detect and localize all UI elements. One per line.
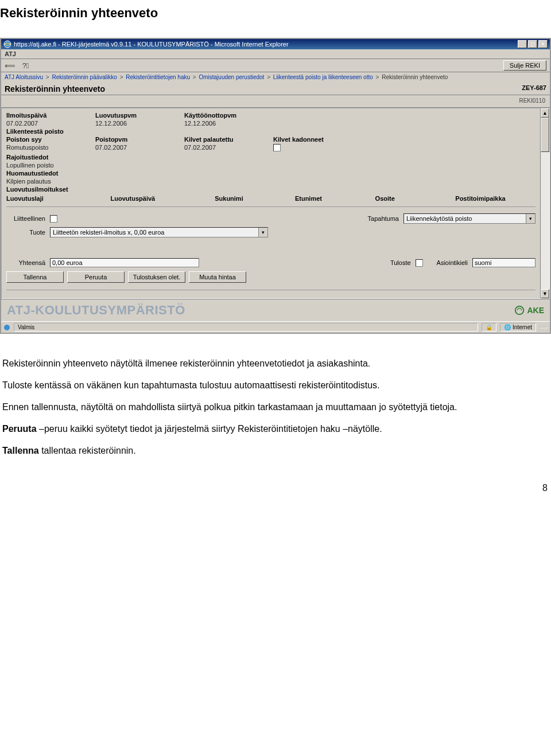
page-number: 8 bbox=[0, 471, 551, 499]
checkbox-liitteellinen[interactable] bbox=[50, 215, 57, 223]
ie-icon bbox=[3, 40, 11, 48]
label-yhteensa: Yhteensä bbox=[6, 259, 46, 266]
value-luovutuspvm: 12.12.2006 bbox=[95, 120, 180, 127]
document-title: Rekisteröinnin yhteenveto bbox=[0, 0, 551, 38]
divider bbox=[6, 290, 536, 290]
paragraph: Ennen tallennusta, näytöltä on mahdollis… bbox=[2, 400, 549, 414]
plate-number: ZEY-687 bbox=[522, 84, 546, 93]
label-tuloste: Tuloste bbox=[390, 259, 412, 266]
col-luovutuspaiva: Luovutuspäivä bbox=[111, 195, 215, 202]
document-body: Rekisteröinnin yhteenveto näytöltä ilmen… bbox=[0, 334, 551, 471]
chevron-down-icon[interactable]: ▾ bbox=[258, 228, 267, 237]
select-tapahtuma-value: Liikennekäytöstä poisto bbox=[404, 215, 526, 222]
label-ilmoituspaiva: Ilmoituspäivä bbox=[6, 112, 91, 119]
status-text: Valmis bbox=[14, 323, 478, 332]
breadcrumb-item[interactable]: Liikenteestä poisto ja liikenteeseen ott… bbox=[273, 74, 373, 80]
content-header: Rekisteröinnin yhteenveto ZEY-687 bbox=[1, 82, 550, 95]
lock-icon: 🔒 bbox=[482, 323, 496, 332]
banner-text: ATJ-KOULUTUSYMPÄRISTÖ bbox=[7, 303, 185, 318]
ie-small-icon bbox=[3, 324, 10, 331]
vertical-scrollbar[interactable]: ▲ ▼ bbox=[540, 108, 549, 298]
value-kayttoonottopvm: 12.12.2006 bbox=[184, 120, 269, 127]
svg-point-1 bbox=[515, 306, 523, 314]
input-yhteensa bbox=[50, 258, 199, 267]
action-buttons: Tallenna Peruuta Tulostuksen olet. Muuta… bbox=[6, 269, 536, 285]
toolbar: ⟸ ?⃝ Sulje REKI bbox=[1, 59, 550, 72]
scroll-thumb[interactable] bbox=[541, 118, 549, 152]
chevron-down-icon[interactable]: ▾ bbox=[526, 214, 535, 223]
select-tuote-value: Liitteetön rekisteri-ilmoitus x, 0,00 eu… bbox=[51, 229, 258, 236]
col-postitoimipaikka: Postitoimipaikka bbox=[455, 195, 536, 202]
checkbox-tuloste[interactable] bbox=[416, 259, 423, 267]
app-name-bar: ATJ bbox=[1, 49, 550, 59]
paragraph: Tallenna tallentaa rekisteröinnin. bbox=[2, 444, 549, 458]
label-poiston-syy: Poiston syy bbox=[6, 136, 91, 143]
help-icon[interactable]: ?⃝ bbox=[22, 61, 29, 70]
environment-banner: ATJ-KOULUTUSYMPÄRISTÖ AKE bbox=[1, 299, 550, 321]
label-luovutusilmoitukset: Luovutusilmoitukset bbox=[6, 186, 536, 193]
select-tapahtuma[interactable]: Liikennekäytöstä poisto ▾ bbox=[403, 213, 536, 224]
col-sukunimi: Sukunimi bbox=[215, 195, 295, 202]
zone-indicator: 🌐 Internet bbox=[500, 323, 536, 332]
label-tapahtuma: Tapahtuma bbox=[368, 215, 400, 222]
label-liitteellinen: Liitteellinen bbox=[6, 215, 46, 222]
breadcrumb-item[interactable]: Rekisteröinnin päävalikko bbox=[52, 74, 117, 80]
label-kilvet-kadonneet: Kilvet kadonneet bbox=[273, 136, 358, 143]
window-title: https://atj.ake.fi - REKI-järjestelmä v0… bbox=[14, 41, 518, 48]
label-poistopvm: Poistopvm bbox=[95, 136, 180, 143]
page-title: Rekisteröinnin yhteenveto bbox=[5, 84, 105, 93]
label-asiointikieli: Asiointikieli bbox=[437, 259, 469, 266]
value-poiston-syy: Romutuspoisto bbox=[6, 144, 91, 153]
status-bar: Valmis 🔒 🌐 Internet bbox=[1, 321, 550, 333]
value-lopullinen-poisto: Lopullinen poisto bbox=[6, 162, 536, 169]
cancel-button[interactable]: Peruuta bbox=[67, 271, 125, 283]
minimize-button[interactable]: _ bbox=[518, 40, 527, 48]
details-grid: Ilmoituspäivä Luovutuspvm Käyttöönottopv… bbox=[6, 112, 536, 193]
label-kayttoonottopvm: Käyttöönottopvm bbox=[184, 112, 269, 119]
value-poistopvm: 07.02.2007 bbox=[95, 144, 180, 153]
label-huomautustiedot: Huomautustiedot bbox=[6, 170, 536, 177]
back-icon[interactable]: ⟸ bbox=[5, 61, 15, 70]
breadcrumb-item[interactable]: Omistajuuden perustiedot bbox=[199, 74, 264, 80]
titlebar: https://atj.ake.fi - REKI-järjestelmä v0… bbox=[1, 39, 550, 49]
columns-header: Luovutuslaji Luovutuspäivä Sukunimi Etun… bbox=[6, 193, 536, 202]
col-luovutuslaji: Luovutuslaji bbox=[6, 195, 111, 202]
change-price-button[interactable]: Muuta hintaa bbox=[189, 271, 246, 283]
label-luovutuspvm: Luovutuspvm bbox=[95, 112, 180, 119]
scroll-down-button[interactable]: ▼ bbox=[541, 289, 549, 298]
label-kilvet-palautettu: Kilvet palautettu bbox=[184, 136, 269, 143]
value-kilpien-palautus: Kilpien palautus bbox=[6, 178, 536, 185]
input-asiointikieli bbox=[472, 258, 536, 267]
label-liikenteesta-poisto: Liikenteestä poisto bbox=[6, 128, 536, 135]
breadcrumb-item[interactable]: ATJ Aloitussivu bbox=[5, 74, 43, 80]
paragraph: Tuloste kentässä on väkänen kun tapahtum… bbox=[2, 379, 549, 392]
breadcrumb-item[interactable]: Rekisteröintitietojen haku bbox=[126, 74, 190, 80]
reference-bar: REKI0110 bbox=[1, 95, 550, 108]
ake-logo: AKE bbox=[514, 305, 544, 315]
col-etunimet: Etunimet bbox=[295, 195, 375, 202]
divider bbox=[6, 206, 536, 207]
checkbox-kilvet-kadonneet[interactable] bbox=[273, 144, 281, 151]
globe-icon: 🌐 bbox=[504, 324, 511, 330]
value-ilmoituspaiva: 07.02.2007 bbox=[6, 120, 91, 127]
print-settings-button[interactable]: Tulostuksen olet. bbox=[128, 271, 185, 283]
breadcrumb: ATJ Aloitussivu > Rekisteröinnin päävali… bbox=[1, 72, 550, 82]
paragraph: Rekisteröinnin yhteenveto näytöltä ilmen… bbox=[2, 357, 549, 371]
browser-window: https://atj.ake.fi - REKI-järjestelmä v0… bbox=[0, 38, 551, 334]
save-button[interactable]: Tallenna bbox=[6, 271, 64, 283]
value-kilvet-palautettu: 07.02.2007 bbox=[184, 144, 269, 153]
label-rajoitustiedot: Rajoitustiedot bbox=[6, 154, 536, 161]
paragraph: Peruuta –peruu kaikki syötetyt tiedot ja… bbox=[2, 422, 549, 436]
svg-point-2 bbox=[4, 325, 10, 330]
close-window-button[interactable]: × bbox=[538, 40, 548, 48]
label-tuote: Tuote bbox=[6, 229, 46, 236]
resize-grip[interactable] bbox=[540, 327, 548, 328]
scroll-track[interactable] bbox=[541, 152, 549, 289]
close-reki-button[interactable]: Sulje REKI bbox=[503, 60, 546, 71]
scroll-up-button[interactable]: ▲ bbox=[541, 108, 549, 118]
col-osoite: Osoite bbox=[375, 195, 456, 202]
select-tuote[interactable]: Liitteetön rekisteri-ilmoitus x, 0,00 eu… bbox=[50, 227, 268, 237]
maximize-button[interactable]: □ bbox=[528, 40, 537, 48]
breadcrumb-current: Rekisteröinnin yhteenveto bbox=[382, 74, 448, 80]
